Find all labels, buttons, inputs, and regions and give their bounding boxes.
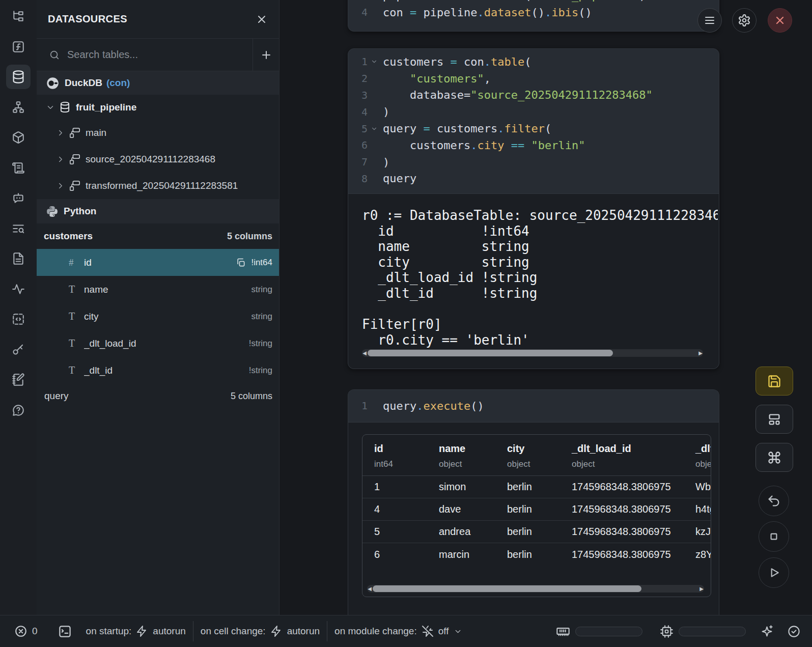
code-line[interactable]: 4 ) [348,103,719,120]
play-icon [767,566,780,579]
rail-item-notebook[interactable] [6,368,31,392]
rail-item-variables[interactable] [6,35,31,59]
rail-item-documentation[interactable] [6,246,31,271]
code-cell-query[interactable]: 1 customers = con.table(2 "customers",3 … [348,48,719,369]
column-header-_dlt_id[interactable]: _dlt_idobject [695,443,711,469]
rail-item-ai-chat[interactable] [6,186,31,210]
sparkles-ai-icon[interactable] [760,625,774,638]
rail-item-file-explorer[interactable] [6,4,31,29]
table-body: 1simonberlin1745968348.3806975WbaPCSWKGG… [362,476,711,566]
code-line[interactable]: 6 customers.city == "berlin" [348,137,719,154]
tree-item-table-customers[interactable]: customers 5 columns [37,223,279,249]
rail-item-help[interactable] [6,398,31,423]
rail-item-snippets[interactable] [6,307,31,331]
rail-item-logs[interactable] [6,216,31,241]
chevron-right-icon[interactable] [56,155,65,164]
code-line[interactable]: 5 query = customers.filter( [348,120,719,137]
column-header-name[interactable]: nameobject [439,443,507,469]
tree-item-schema-source_202504291112283468[interactable]: source_202504291112283468 [37,146,279,173]
cpu-usage-meter [679,627,746,636]
column-header-_dlt_load_id[interactable]: _dlt_load_idobject [572,443,695,469]
undo-button[interactable] [759,486,789,516]
table-cell: 4 [374,503,439,515]
save-button[interactable] [755,367,793,396]
rail-item-tracing[interactable] [6,277,31,301]
tree-item-duckdb-connection[interactable]: DuckDB(con) [37,71,279,95]
stop-button[interactable] [759,521,789,552]
table-row[interactable]: 5andreaberlin1745968348.3806975kzJ1dQbXm… [362,521,711,543]
code-line[interactable]: 4 con = pipeline.dataset().ibis() [348,4,719,21]
settings-gear-button[interactable] [732,8,757,33]
code-cell-setup[interactable]: 3 pipeline = dlt.attach("fruit_pipeline"… [348,0,719,32]
add-datasource-button[interactable] [253,39,279,71]
chevron-right-icon[interactable] [56,181,65,190]
zap-icon [136,625,148,637]
errors-icon[interactable] [14,625,27,638]
scrollbar-thumb[interactable] [373,585,641,592]
code-line[interactable]: 1 customers = con.table( [348,53,719,70]
rail-item-scratchpad[interactable] [6,156,31,180]
run-button[interactable] [759,557,789,588]
tree-item-schema-transformed_202504291112283581[interactable]: transformed_202504291112283581 [37,173,279,199]
chevron-right-icon[interactable] [56,128,65,137]
datasource-tree: DuckDB(con) fruit_pipeline main source_2… [37,71,279,615]
terminal-icon[interactable] [58,625,72,638]
horizontal-scrollbar[interactable]: ◀ ▶ [367,585,704,593]
code-line[interactable]: 7 ) [348,154,719,171]
schema-icon [69,127,80,138]
cpu-icon [660,625,674,638]
table-row[interactable]: 4daveberlin1745968348.3806975h4tgXHDyuKd [362,498,711,521]
code-line[interactable]: 1 query.execute() [348,398,719,414]
connection-status-icon[interactable] [787,625,801,638]
tree-item-column-name[interactable]: T name string [37,276,279,303]
cell-menu-button[interactable] [697,8,722,33]
code-cell-execute[interactable]: 1 query.execute() idint64nameobjectcityo… [348,389,719,615]
column-header-city[interactable]: cityobject [507,443,572,469]
tree-item-column-id[interactable]: # id !int64 [37,249,279,276]
scroll-text-icon [12,161,25,175]
status-toggle-on-module-change[interactable]: on module change: off [334,625,462,637]
table-row[interactable]: 6marcinberlin1745968348.3806975z8YoTqGBW… [362,543,711,566]
rail-item-datasources[interactable] [6,65,31,89]
copy-icon[interactable] [236,258,246,268]
tree-item-schema-main[interactable]: main [37,120,279,146]
stop-icon [767,530,780,543]
rail-item-packages[interactable] [6,125,31,150]
tree-item-column-city[interactable]: T city string [37,303,279,330]
horizontal-scrollbar[interactable]: ◀ ▶ [362,349,703,357]
scroll-right-arrow[interactable]: ▶ [699,585,704,593]
code-line[interactable]: 8 query [348,171,719,187]
table-row[interactable]: 1simonberlin1745968348.3806975WbaPCSWKGG… [362,476,711,498]
scroll-left-arrow[interactable]: ◀ [362,349,367,357]
status-toggle-on-cell-change[interactable]: on cell change: autorun [201,625,320,637]
status-toggle-on-startup[interactable]: on startup: autorun [86,625,186,637]
tree-item-python-section[interactable]: Python [37,199,279,223]
search-input[interactable] [67,49,253,61]
code-editor[interactable]: 3 pipeline = dlt.attach("fruit_pipeline"… [348,0,719,21]
code-editor[interactable]: 1 query.execute() [348,390,719,422]
layout-toggle-button[interactable] [755,405,793,434]
tree-item-database-fruit-pipeline[interactable]: fruit_pipeline [37,95,279,120]
scroll-right-arrow[interactable]: ▶ [698,349,703,357]
column-header-id[interactable]: idint64 [374,443,439,469]
tree-item-column-_dlt_load_id[interactable]: T _dlt_load_id !string [37,330,279,357]
command-palette-button[interactable] [755,443,793,472]
fold-chevron-icon[interactable] [368,125,383,132]
fold-chevron-icon[interactable] [368,58,383,65]
status-divider [327,621,327,641]
chevron-down-icon[interactable] [46,103,55,112]
code-line[interactable]: 3 database="source_202504291112283468" [348,87,719,104]
code-line[interactable]: 3 pipeline = dlt.attach("fruit_pipeline"… [348,0,719,4]
tree-item-column-_dlt_id[interactable]: T _dlt_id !string [37,357,279,384]
rail-item-dependencies[interactable] [6,95,31,120]
code-line[interactable]: 2 "customers", [348,70,719,87]
shutdown-close-button[interactable] [768,8,792,33]
scrollbar-thumb[interactable] [368,350,613,356]
tree-item-table-query[interactable]: query 5 columns [37,384,279,408]
scroll-left-arrow[interactable]: ◀ [367,585,372,593]
status-divider [193,621,193,641]
rail-item-secrets[interactable] [6,337,31,362]
close-icon[interactable] [256,13,268,25]
line-number: 3 [348,0,368,2]
code-editor[interactable]: 1 customers = con.table(2 "customers",3 … [348,49,719,187]
